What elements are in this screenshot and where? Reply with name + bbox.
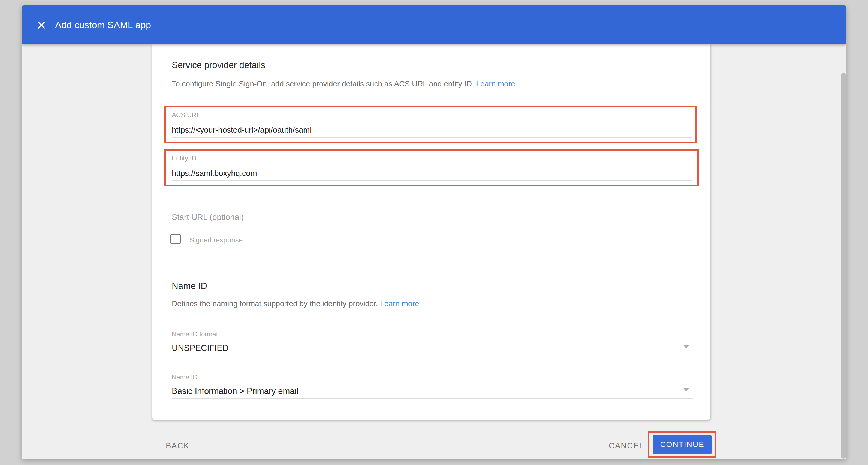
add-custom-saml-app-dialog: Add custom SAML app Service provider det… — [22, 5, 846, 459]
input-underline — [172, 224, 692, 225]
annotation-box-continue: CONTINUE — [648, 431, 716, 458]
close-button[interactable] — [34, 18, 49, 33]
back-button[interactable]: BACK — [166, 440, 189, 452]
input-underline — [172, 137, 692, 138]
entity-id-input[interactable]: https://saml.boxyhq.com — [172, 169, 698, 178]
input-underline — [172, 398, 693, 399]
start-url-input[interactable] — [172, 210, 692, 224]
service-provider-heading: Service provider details — [172, 60, 265, 71]
close-icon — [36, 20, 46, 30]
name-id-format-dropdown[interactable]: UNSPECIFIED — [172, 343, 228, 353]
learn-more-link-2[interactable]: Learn more — [380, 299, 419, 308]
input-underline — [172, 180, 692, 181]
dialog-header: Add custom SAML app — [22, 5, 846, 44]
service-provider-card: Service provider details To configure Si… — [152, 44, 710, 420]
annotation-box-entity-id: Entity ID https://saml.boxyhq.com — [164, 149, 699, 186]
input-underline — [172, 355, 693, 356]
name-id-format-label: Name ID format — [172, 330, 218, 338]
signed-response-label: Signed response — [189, 236, 243, 244]
signed-response-checkbox[interactable] — [170, 234, 181, 244]
scrollbar-thumb[interactable] — [841, 73, 846, 459]
dialog-title: Add custom SAML app — [55, 20, 151, 30]
name-id-label: Name ID — [172, 373, 198, 381]
name-id-heading: Name ID — [172, 280, 207, 292]
acs-url-label: ACS URL — [172, 111, 695, 119]
acs-url-input[interactable]: https://<your-hosted-url>/api/oauth/saml — [172, 125, 695, 135]
learn-more-link-1[interactable]: Learn more — [476, 79, 515, 88]
chevron-down-icon[interactable] — [683, 344, 689, 348]
chevron-down-icon[interactable] — [683, 388, 689, 392]
name-id-dropdown[interactable]: Basic Information > Primary email — [172, 386, 298, 396]
continue-button[interactable]: CONTINUE — [653, 435, 712, 454]
service-provider-description: To configure Single Sign-On, add service… — [172, 79, 515, 89]
name-id-description: Defines the naming format supported by t… — [172, 299, 419, 308]
cancel-button[interactable]: CANCEL — [609, 440, 644, 452]
annotation-box-acs-url: ACS URL https://<your-hosted-url>/api/oa… — [164, 106, 696, 143]
entity-id-label: Entity ID — [172, 154, 698, 162]
